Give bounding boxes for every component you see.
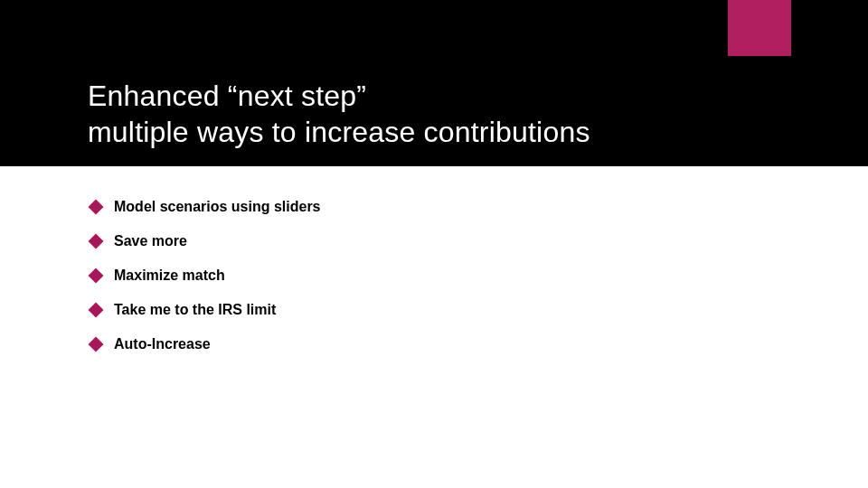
list-item-label: Take me to the IRS limit — [114, 302, 276, 318]
list-item: Take me to the IRS limit — [90, 302, 868, 318]
diamond-bullet-icon — [89, 303, 104, 318]
list-item: Save more — [90, 233, 868, 249]
diamond-bullet-icon — [89, 200, 104, 215]
list-item-label: Model scenarios using sliders — [114, 199, 321, 215]
list-item-label: Save more — [114, 233, 187, 249]
list-item: Auto-Increase — [90, 336, 868, 352]
title-line-1: Enhanced “next step” — [88, 80, 366, 112]
accent-bar — [728, 0, 791, 56]
slide-title: Enhanced “next step” multiple ways to in… — [88, 78, 590, 150]
list-item-label: Maximize match — [114, 267, 225, 284]
diamond-bullet-icon — [89, 337, 104, 352]
list-item: Model scenarios using sliders — [90, 199, 868, 215]
diamond-bullet-icon — [89, 234, 104, 249]
list-item-label: Auto-Increase — [114, 336, 211, 352]
diamond-bullet-icon — [89, 268, 104, 284]
list-item: Maximize match — [90, 267, 868, 284]
title-line-2: multiple ways to increase contributions — [88, 116, 590, 148]
slide-header: Enhanced “next step” multiple ways to in… — [0, 0, 868, 166]
bullet-list: Model scenarios using sliders Save more … — [90, 199, 868, 352]
